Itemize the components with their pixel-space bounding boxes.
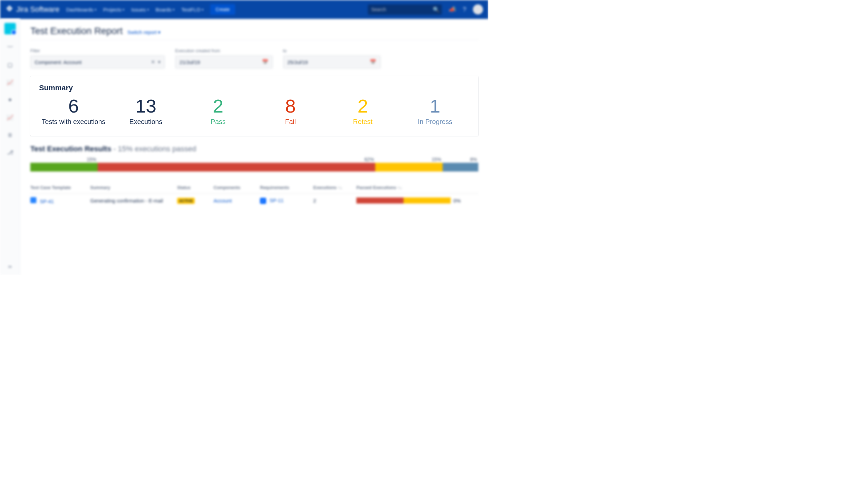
results-table: Test Case Template Summary Status Compon… [30, 182, 478, 208]
metric-fail: 8 Fail [256, 96, 325, 126]
cell-status: ACTIVE [177, 198, 211, 204]
rail-chart-icon[interactable]: 📈 [5, 78, 15, 87]
metric-tests-with-executions: 6 Tests with executions [39, 96, 108, 126]
rail-addon-icon[interactable]: ✦ [5, 95, 15, 104]
results-title: Test Execution Results - 15% executions … [30, 144, 478, 153]
cell-tct: SP-41 [30, 197, 88, 204]
chevron-down-icon: ▾ [123, 8, 124, 12]
chevron-down-icon: ▾ [95, 8, 96, 12]
table-header: Test Case Template Summary Status Compon… [30, 182, 478, 194]
mini-seg-retest [404, 198, 451, 204]
rail-expand-icon[interactable]: ›› [8, 263, 12, 270]
cell-summary: Generating confirmation - E-mail [90, 198, 175, 204]
requirement-icon: ✓ [260, 198, 266, 204]
col-components[interactable]: Components [214, 185, 257, 190]
product-name: Jira Software [16, 5, 59, 14]
component-link[interactable]: Account [214, 198, 232, 204]
col-requirements[interactable]: Requirements [260, 185, 311, 190]
mini-seg-fail [356, 198, 404, 204]
date-to-value: 25/Jul/19 [287, 59, 308, 65]
nav-boards[interactable]: Boards▾ [156, 7, 175, 13]
chevron-down-icon: ▾ [158, 59, 161, 65]
rail-tree-icon[interactable]: ⎇ [5, 148, 15, 157]
metric-pass: 2 Pass [183, 96, 253, 126]
primary-nav: Dashboards▾ Projects▾ Issues▾ Boards▾ Te… [66, 4, 235, 15]
col-status[interactable]: Status [177, 185, 211, 190]
summary-card: Summary 6 Tests with executions 13 Execu… [30, 76, 478, 136]
filter-select[interactable]: Component: Account ✕▾ [30, 55, 165, 69]
results-bar-chart: 15% 62% 15% 8% [30, 157, 478, 171]
nav-projects[interactable]: Projects▾ [103, 7, 124, 13]
feedback-icon[interactable]: 📣 [449, 6, 456, 13]
metric-retest: 2 Retest [329, 96, 397, 126]
cell-requirement: ✓ SP-11 [260, 198, 311, 204]
calendar-icon: 📅 [370, 59, 376, 65]
rail-chart2-icon[interactable]: 📈 [5, 113, 15, 122]
cell-executions: 2 [313, 198, 354, 204]
search-icon: 🔍 [433, 6, 440, 13]
filter-value: Component: Account [35, 59, 82, 65]
metric-in-progress: 1 In Progress [401, 96, 470, 126]
nav-dashboards[interactable]: Dashboards▾ [66, 7, 96, 13]
date-to-input[interactable]: 25/Jul/19 📅 [283, 55, 380, 69]
col-executions[interactable]: Executions ↑↓ [313, 185, 354, 190]
search-input[interactable] [371, 7, 430, 12]
seg-label-retest: 15% [375, 157, 443, 162]
rail-app-icon[interactable] [4, 23, 16, 34]
issue-type-icon [30, 197, 36, 203]
cell-component: Account [214, 198, 257, 204]
summary-metrics: 6 Tests with executions 13 Executions 2 … [39, 96, 470, 126]
page-header: Test Execution Report Switch report▾ [30, 25, 478, 40]
page-title: Test Execution Report [30, 25, 123, 36]
chevron-down-icon: ▾ [147, 8, 149, 12]
nav-testflo[interactable]: TestFLO▾ [181, 7, 203, 13]
filter-bar: Filter Component: Account ✕▾ Execution c… [30, 48, 478, 69]
main-content: Test Execution Report Switch report▾ Fil… [20, 19, 489, 275]
switch-report-link[interactable]: Switch report▾ [127, 29, 161, 35]
nav-issues[interactable]: Issues▾ [131, 7, 148, 13]
results-section: Test Execution Results - 15% executions … [30, 144, 478, 208]
seg-fail [98, 163, 375, 171]
jira-icon [5, 5, 14, 14]
chevron-down-icon: ▾ [158, 29, 161, 35]
chevron-down-icon: ▾ [173, 8, 175, 12]
date-from-label: Execution created from [175, 48, 273, 53]
tct-link[interactable]: SP-41 [40, 199, 54, 204]
search-box[interactable]: 🔍 [368, 4, 442, 15]
help-icon[interactable]: ? [463, 6, 466, 13]
date-from-input[interactable]: 21/Jul/19 📅 [175, 55, 273, 69]
stacked-bar [30, 163, 478, 171]
cell-passed-bar [356, 198, 451, 204]
seg-label-fail: 62% [98, 157, 375, 162]
date-from-value: 21/Jul/19 [179, 59, 200, 65]
product-logo: Jira Software [5, 5, 59, 14]
col-tct[interactable]: Test Case Template [30, 185, 88, 190]
calendar-icon: 📅 [262, 59, 268, 65]
requirement-link[interactable]: SP-11 [269, 198, 284, 203]
clear-icon[interactable]: ✕ [151, 59, 155, 65]
seg-label-pass: 15% [30, 157, 98, 162]
seg-retest [375, 163, 443, 171]
seg-inprogress [443, 163, 478, 171]
avatar[interactable] [473, 4, 483, 15]
chevron-down-icon: ▾ [202, 8, 203, 12]
left-rail: 〰 ▢ 📈 ✦ 📈 ≣ ⎇ ›› [0, 19, 20, 275]
status-badge: ACTIVE [177, 198, 195, 204]
rail-list-icon[interactable]: ≣ [5, 130, 15, 139]
table-row: SP-41 Generating confirmation - E-mail A… [30, 194, 478, 208]
filter-label: Filter [30, 48, 165, 53]
seg-label-inprogress: 8% [443, 157, 478, 162]
rail-monitor-icon[interactable]: ▢ [5, 60, 15, 69]
rail-activity-icon[interactable]: 〰 [5, 42, 15, 52]
cell-passed-pct: 0% [454, 198, 474, 204]
top-nav: Jira Software Dashboards▾ Projects▾ Issu… [0, 0, 489, 19]
create-button[interactable]: Create [210, 4, 235, 15]
date-to-label: to [283, 48, 380, 53]
seg-pass [30, 163, 98, 171]
col-passed[interactable]: Passed Executions ↑↓ [356, 185, 451, 190]
metric-executions: 13 Executions [111, 96, 180, 126]
col-summary[interactable]: Summary [90, 185, 175, 190]
summary-title: Summary [39, 84, 470, 92]
